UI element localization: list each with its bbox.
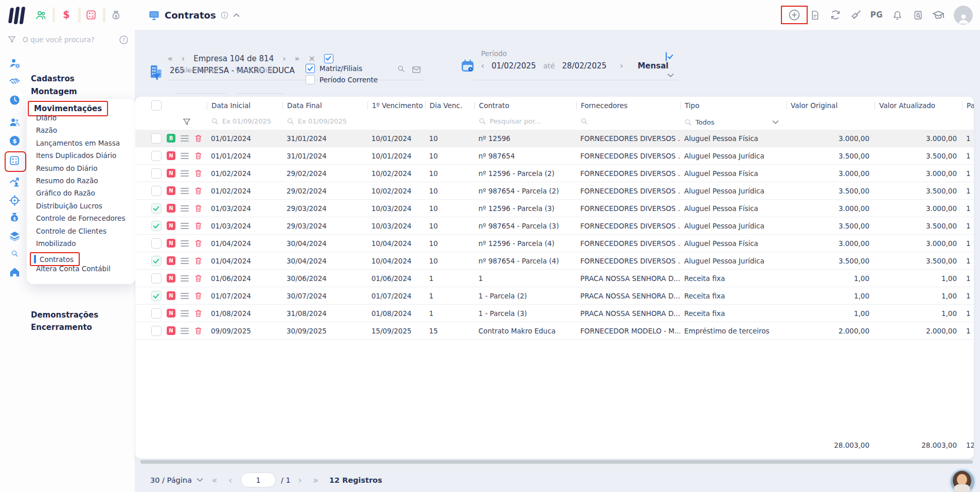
search-icon[interactable] — [8, 247, 21, 259]
sidebar-subitem-1[interactable]: Diário — [36, 114, 57, 122]
row-select-checkbox[interactable] — [151, 133, 162, 144]
gear-target-icon[interactable] — [8, 194, 21, 206]
table-row[interactable]: N01/02/202429/02/202410/02/202410nº 1259… — [135, 165, 974, 182]
row-menu-icon[interactable] — [181, 240, 189, 247]
row-select-checkbox[interactable] — [151, 168, 162, 179]
sidebar-item-1[interactable]: Cadastros — [31, 74, 75, 83]
row-menu-icon[interactable] — [181, 153, 189, 159]
row-select-checkbox[interactable] — [151, 308, 162, 319]
sidebar-subitem-10[interactable]: Controle de Clientes — [36, 227, 106, 235]
row-menu-icon[interactable] — [181, 135, 189, 142]
row-select-checkbox[interactable] — [151, 221, 162, 231]
column-header-dia[interactable]: Dia Venc. — [425, 101, 474, 110]
select-all-checkbox[interactable] — [151, 100, 162, 111]
table-row[interactable]: N01/07/202430/07/202401/07/202411 - Parc… — [135, 287, 974, 305]
row-select-checkbox[interactable] — [151, 326, 162, 336]
page-input[interactable]: 1 — [241, 472, 276, 487]
trash-icon[interactable] — [194, 256, 203, 265]
row-menu-icon[interactable] — [181, 310, 189, 317]
data-inicial-filter-input[interactable]: Ex 01/09/2025 — [211, 117, 271, 125]
person-chart-icon[interactable] — [8, 175, 21, 187]
table-funnel-icon[interactable] — [182, 117, 191, 127]
trash-icon[interactable] — [194, 291, 203, 300]
assets-module-icon[interactable]: $ — [107, 0, 124, 30]
sidebar-item-2[interactable]: Montagem — [31, 87, 77, 96]
clear-button[interactable] — [846, 9, 866, 21]
table-row[interactable]: N01/04/202430/04/202410/04/202410nº 9876… — [135, 252, 974, 270]
chevron-down-icon[interactable] — [197, 478, 203, 482]
last-page-button[interactable]: » — [308, 475, 324, 485]
pg-button[interactable]: PG — [866, 10, 887, 20]
next-page-button[interactable]: › — [293, 475, 308, 485]
user-avatar[interactable] — [954, 6, 973, 25]
people-module-icon[interactable] — [32, 0, 49, 30]
sidebar-subitem-5[interactable]: Resumo do Diário — [36, 164, 97, 172]
period-next-button[interactable]: › — [620, 61, 623, 71]
table-row[interactable]: N01/04/202430/04/202410/04/202410nº 1259… — [135, 235, 974, 252]
fornecedores-filter-input[interactable] — [580, 117, 588, 125]
clock-icon[interactable] — [8, 94, 21, 106]
sidebar-subitem-4[interactable]: Itens Duplicados Diário — [36, 151, 116, 160]
row-select-checkbox[interactable] — [151, 186, 162, 196]
company-first-button[interactable]: « — [168, 54, 173, 63]
row-menu-icon[interactable] — [181, 328, 189, 334]
table-row[interactable]: N01/06/202430/06/202401/06/202411PRACA N… — [135, 270, 974, 287]
row-menu-icon[interactable] — [181, 223, 189, 229]
period-start-date[interactable]: 01/02/2025 — [491, 61, 536, 71]
sidebar-item-encerramento[interactable]: Encerramento — [31, 323, 92, 332]
money-bag-fill-icon[interactable]: $ — [8, 211, 21, 223]
company-clear-button[interactable]: × — [308, 54, 315, 63]
trash-icon[interactable] — [194, 239, 203, 248]
home-icon[interactable] — [8, 266, 21, 278]
row-menu-icon[interactable] — [181, 293, 189, 299]
row-menu-icon[interactable] — [181, 170, 189, 177]
period-end-date[interactable]: 28/02/2025 — [562, 61, 607, 71]
finance-module-icon[interactable]: $ — [58, 0, 75, 30]
row-menu-icon[interactable] — [181, 188, 189, 194]
calculator-icon[interactable] — [8, 154, 21, 167]
table-row[interactable]: N01/01/202431/01/202410/01/202410nº 9876… — [135, 147, 974, 165]
prev-page-button[interactable]: ‹ — [223, 475, 238, 485]
tipo-filter-select[interactable]: Todos — [684, 118, 715, 126]
report-button[interactable] — [805, 10, 825, 21]
people-fill-icon[interactable] — [8, 116, 21, 128]
matriz-filiais-checkbox[interactable] — [306, 64, 315, 73]
first-page-button[interactable]: « — [206, 475, 223, 485]
trash-icon[interactable] — [194, 221, 203, 230]
sidebar-subitem-6[interactable]: Resumo do Razão — [36, 177, 98, 185]
row-menu-icon[interactable] — [181, 275, 189, 282]
table-row[interactable]: N01/02/202429/02/202410/02/202410nº 9876… — [135, 182, 974, 200]
add-button[interactable] — [784, 9, 805, 21]
sidebar-subitem-9[interactable]: Controle de Fornecedores — [36, 214, 125, 222]
column-header-vencimento[interactable]: 1º Vencimento — [367, 101, 425, 110]
sidebar-subitem-8[interactable]: Distribuição Lucros — [36, 202, 102, 210]
column-header-data_final[interactable]: Data Final — [282, 101, 367, 110]
sidebar-subitem-13[interactable]: Altera Conta Contábil — [36, 265, 111, 273]
notifications-button[interactable] — [887, 10, 907, 21]
dollar-circle-icon[interactable]: $ — [8, 134, 21, 147]
company-last-button[interactable]: » — [295, 54, 300, 63]
chevron-down-icon[interactable] — [772, 120, 779, 125]
company-prev-button[interactable]: ‹ — [182, 54, 185, 63]
periodo-corrente-checkbox[interactable] — [306, 75, 315, 84]
column-header-pa[interactable]: Pa — [962, 101, 974, 110]
info-icon[interactable] — [221, 11, 228, 19]
row-select-checkbox[interactable] — [151, 273, 162, 284]
table-row[interactable]: B01/01/202431/01/202410/01/202410nº 1259… — [135, 130, 974, 147]
row-menu-icon[interactable] — [181, 205, 189, 212]
period-dropdown-icon[interactable] — [667, 73, 674, 78]
column-header-data_inicial[interactable]: Data Inicial — [207, 101, 282, 110]
sidebar-item-demonstrações[interactable]: Demonstrações — [31, 310, 98, 320]
sidebar-subitem-11[interactable]: Imobilizado — [36, 239, 76, 248]
row-select-checkbox[interactable] — [151, 256, 162, 266]
accounting-module-icon[interactable] — [82, 0, 100, 30]
trash-icon[interactable] — [194, 134, 203, 143]
data-final-filter-input[interactable]: Ex 01/09/2025 — [287, 117, 347, 125]
person-gear-icon[interactable] — [8, 57, 21, 69]
learning-button[interactable] — [928, 9, 949, 21]
help-icon[interactable]: ? — [119, 35, 129, 45]
trash-icon[interactable] — [194, 169, 203, 178]
handshake-icon[interactable] — [8, 75, 21, 87]
period-prev-button[interactable]: ‹ — [481, 61, 484, 71]
sidebar-subitem-7[interactable]: Gráfico do Razão — [36, 189, 95, 197]
